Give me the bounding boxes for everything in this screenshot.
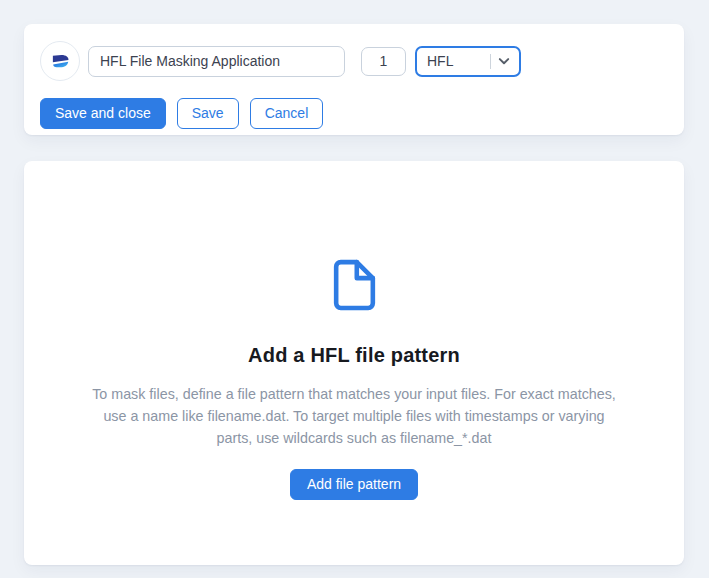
toolbar-row: HFL [40,41,668,81]
file-type-selected-value: HFL [427,53,490,69]
empty-state-title: Add a HFL file pattern [248,343,460,367]
add-file-pattern-button[interactable]: Add file pattern [290,469,418,500]
version-input[interactable] [361,47,406,76]
select-divider [490,54,491,69]
app-logo [40,41,80,81]
file-type-select[interactable]: HFL [415,46,521,77]
application-name-input[interactable] [88,46,345,77]
toolbar-actions: Save and close Save Cancel [40,98,668,129]
description-line-3: parts, use wildcards such as filename_*.… [92,427,616,449]
empty-state: Add a HFL file pattern To mask files, de… [24,161,684,500]
save-button[interactable]: Save [177,98,239,129]
cancel-button[interactable]: Cancel [250,98,324,129]
save-and-close-button[interactable]: Save and close [40,98,166,129]
file-icon [327,253,382,317]
empty-state-description: To mask files, define a file pattern tha… [92,383,616,449]
description-line-2: use a name like filename.dat. To target … [92,405,616,427]
description-line-1: To mask files, define a file pattern tha… [92,383,616,405]
content-card: Add a HFL file pattern To mask files, de… [24,161,684,565]
chevron-down-icon [497,54,511,68]
delphix-logo-icon [49,50,71,72]
page: HFL Save and close Save Cancel Add a HFL… [0,0,709,578]
header-card: HFL Save and close Save Cancel [24,24,684,135]
